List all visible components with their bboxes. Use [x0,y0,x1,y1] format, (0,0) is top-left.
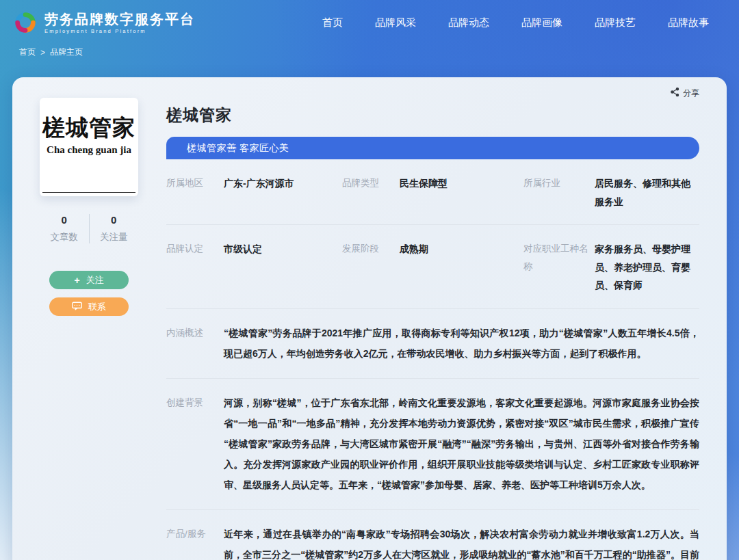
breadcrumb-home[interactable]: 首页 [19,46,36,58]
plus-icon: + [74,276,79,285]
section-connotation-label: 内涵概述 [166,323,224,364]
section-products-label: 产品/服务 [166,524,224,560]
field-occupations-label: 对应职业工种名称 [523,240,595,275]
brand-logo-text-en: Cha cheng guan jia [40,144,138,156]
section-background: 创建背景 河源，别称“槎城”，位于广东省东北部，岭南文化重要发源地，客家文化重要… [166,379,699,510]
follow-button-label: 关注 [86,274,104,286]
field-industry-label: 所属行业 [523,174,595,192]
field-stage: 发展阶段 成熟期 [342,240,523,295]
site-title: 劳务品牌数字服务平台 [44,11,195,27]
contact-button[interactable]: 联系 [49,297,129,316]
share-button-label: 分享 [683,88,699,99]
share-button[interactable]: 分享 [670,87,699,99]
field-row-2: 品牌认定 市级认定 发展阶段 成熟期 对应职业工种名称 家务服务员、母婴护理员、… [166,225,699,309]
field-industry: 所属行业 居民服务、修理和其他服务业 [523,174,699,211]
brand-logo-underline [42,192,135,193]
brand-logo-image: 槎城管家 Cha cheng guan jia [40,98,138,196]
section-connotation: 内涵概述 “槎城管家”劳务品牌于2021年推广应用，取得商标专利等知识产权12项… [166,309,699,379]
breadcrumb-separator: > [40,48,45,57]
stat-articles-value: 0 [40,214,89,226]
nav-item-brand-style[interactable]: 品牌风采 [375,16,416,29]
nav-item-brand-skill[interactable]: 品牌技艺 [595,16,636,29]
top-header: 劳务品牌数字服务平台 Employment Brand Platform 首页 … [0,0,739,38]
stat-followers-label: 关注量 [90,231,139,243]
field-region-label: 所属地区 [166,174,224,192]
brand-slogan-banner: 槎城管家善 客家匠心美 [166,137,699,159]
nav-item-brand-story[interactable]: 品牌故事 [668,16,709,29]
nav-item-brand-portrait[interactable]: 品牌画像 [521,16,562,29]
field-stage-label: 发展阶段 [342,240,400,258]
breadcrumb: 首页 > 品牌主页 [0,46,739,58]
brand-profile-card: 槎城管家 Cha cheng guan jia 0 文章数 0 关注量 + 关注 [12,77,727,560]
chat-bubble-icon [72,302,82,312]
field-occupations-value: 家务服务员、母婴护理员、养老护理员、育婴员、保育师 [595,240,699,295]
main-nav: 首页 品牌风采 品牌动态 品牌画像 品牌技艺 品牌故事 [322,16,718,29]
nav-item-home[interactable]: 首页 [322,16,343,29]
field-brand-type-value: 民生保障型 [400,174,448,193]
field-brand-type: 品牌类型 民生保障型 [342,174,523,211]
field-region: 所属地区 广东-广东河源市 [166,174,342,211]
field-industry-value: 居民服务、修理和其他服务业 [595,174,699,211]
breadcrumb-current: 品牌主页 [50,46,83,58]
site-subtitle: Employment Brand Platform [44,28,195,34]
stat-followers-value: 0 [90,214,139,226]
section-background-text: 河源，别称“槎城”，位于广东省东北部，岭南文化重要发源地，客家文化重要起源地。河… [224,392,699,495]
brand-title: 槎城管家 [166,105,699,126]
field-stage-value: 成熟期 [400,240,428,258]
section-products-text: 近年来，通过在县镇举办的“南粤家政”专场招聘会30场次，解决农村富余劳动力就业并… [224,524,699,560]
stat-followers: 0 关注量 [90,214,139,243]
brand-detail-panel: 分享 槎城管家 槎城管家善 客家匠心美 所属地区 广东-广东河源市 品牌类型 民… [166,98,699,560]
field-certification-label: 品牌认定 [166,240,224,258]
share-icon [670,87,680,99]
site-title-block: 劳务品牌数字服务平台 Employment Brand Platform [44,11,195,34]
field-row-1: 所属地区 广东-广东河源市 品牌类型 民生保障型 所属行业 居民服务、修理和其他… [166,159,699,225]
section-connotation-text: “槎城管家”劳务品牌于2021年推广应用，取得商标专利等知识产权12项，助力“槎… [224,323,699,364]
follow-button[interactable]: + 关注 [49,271,129,289]
stat-articles-label: 文章数 [40,231,89,243]
contact-button-label: 联系 [88,301,106,313]
stat-articles: 0 文章数 [40,214,90,243]
profile-actions: + 关注 联系 [40,271,138,316]
field-brand-type-label: 品牌类型 [342,174,400,192]
brand-logo-text-cn: 槎城管家 [40,116,138,140]
section-products: 产品/服务 近年来，通过在县镇举办的“南粤家政”专场招聘会30场次，解决农村富余… [166,510,699,560]
section-background-label: 创建背景 [166,392,224,495]
field-certification-value: 市级认定 [224,240,262,258]
platform-logo-icon [12,10,38,36]
field-certification: 品牌认定 市级认定 [166,240,342,295]
nav-item-brand-news[interactable]: 品牌动态 [448,16,489,29]
profile-sidebar: 槎城管家 Cha cheng guan jia 0 文章数 0 关注量 + 关注 [40,98,138,560]
profile-stats: 0 文章数 0 关注量 [40,214,138,243]
field-occupations: 对应职业工种名称 家务服务员、母婴护理员、养老护理员、育婴员、保育师 [523,240,699,295]
field-region-value: 广东-广东河源市 [224,174,294,193]
